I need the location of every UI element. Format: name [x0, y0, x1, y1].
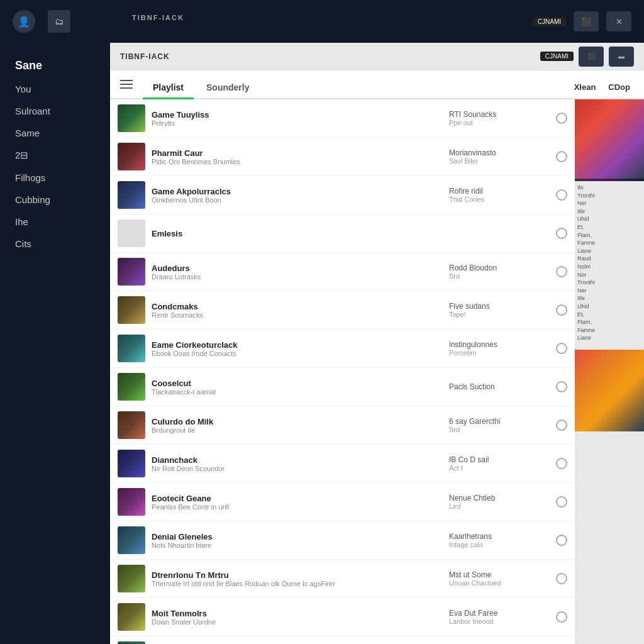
- item-meta: Rofire ridil Thid Cories: [449, 187, 550, 203]
- item-meta-sub: Unuan Chactoed: [449, 579, 550, 587]
- main-content: TIBNF-IACK CJNAMI ⬛ ▬ Playlist Sounderly…: [110, 43, 644, 644]
- right-panel-text-item: Liane: [577, 247, 641, 255]
- item-radio-button[interactable]: [556, 113, 567, 124]
- item-subtitle: Brdungrout Ile: [152, 426, 443, 434]
- list-item[interactable]: Ciane Cumes Fearrlic Seda bassas Nor Rea…: [110, 636, 575, 644]
- item-radio-button[interactable]: [556, 266, 567, 277]
- item-meta-title: IB Co D sail: [449, 455, 550, 464]
- list-item[interactable]: Pharmit Caur Pidic Oro Beonmes Bnumles M…: [110, 138, 575, 176]
- content-header-title: TIBNF-IACK: [120, 52, 170, 61]
- right-panel-text-item: Uhid: [577, 303, 641, 311]
- item-title: Moit Tenmolrs: [152, 609, 443, 618]
- item-radio-button[interactable]: [556, 228, 567, 239]
- list-item[interactable]: Culurdo do Milk Brdungrout Ile 6 say Gar…: [110, 406, 575, 445]
- sidebar-item-sane[interactable]: Sane: [10, 55, 100, 76]
- item-thumbnail: [118, 641, 145, 644]
- list-item[interactable]: Emlesis: [110, 214, 575, 253]
- item-radio-button[interactable]: [556, 611, 567, 623]
- list-item[interactable]: Game Tuuyliss Pritrylts RTI Sounacks Ppe…: [110, 99, 575, 138]
- item-meta-sub: Savl Biler: [449, 157, 550, 165]
- sidebar-item-sulroant[interactable]: Sulroant: [10, 102, 100, 120]
- right-panel-text-item: Ilo: [577, 184, 641, 192]
- item-thumbnail: [118, 488, 145, 516]
- item-title: Diannchack: [152, 455, 443, 465]
- list-item[interactable]: Condcmaks Rentr Sournacks Five sudans To…: [110, 291, 575, 330]
- item-meta-sub: Ppe out: [449, 119, 550, 126]
- user-avatar-icon[interactable]: 👤: [13, 10, 35, 33]
- item-radio-button[interactable]: [556, 458, 567, 469]
- item-info: Moit Tenmolrs Down Snaler Uordne: [152, 609, 443, 626]
- sidebar-item-same[interactable]: Same: [10, 124, 100, 142]
- sidebar-item-ihe[interactable]: Ihe: [10, 213, 100, 231]
- pages-icon[interactable]: 🗂: [48, 10, 70, 33]
- item-meta: Eva Dut Faree Lanbor Ineood: [449, 609, 550, 625]
- list-item[interactable]: Eootecit Geane Peaniss Bee Contr in uril…: [110, 483, 575, 521]
- item-title: Game Akpolurraclcs: [152, 187, 443, 196]
- item-radio-button[interactable]: [556, 381, 567, 392]
- list-item[interactable]: Game Akpolurraclcs Oinkbernos Ufint Boon…: [110, 176, 575, 214]
- item-subtitle: Down Snaler Uordne: [152, 618, 443, 626]
- item-info: Dtrenrlonu Tn Mrtru Trternude Irt otd on…: [152, 570, 443, 587]
- item-radio-button[interactable]: [556, 343, 567, 354]
- item-thumbnail: [118, 296, 145, 324]
- item-radio-button[interactable]: [556, 535, 567, 546]
- cdop-button[interactable]: CDop: [604, 81, 634, 93]
- item-thumbnail: [118, 603, 145, 631]
- item-title: Eootecit Geane: [152, 494, 443, 503]
- tab-sounderly[interactable]: Sounderly: [196, 77, 259, 99]
- right-panel-text-item: Nor: [577, 271, 641, 279]
- item-radio-button[interactable]: [556, 496, 567, 508]
- tab-playlist[interactable]: Playlist: [143, 77, 194, 99]
- item-meta: IB Co D sail Act I: [449, 455, 550, 472]
- sidebar-item-cits[interactable]: Cits: [10, 235, 100, 253]
- item-meta-title: Pacls Suction: [449, 382, 550, 391]
- sidebar-item-filhogs[interactable]: Filhogs: [10, 169, 100, 187]
- item-radio-button[interactable]: [556, 189, 567, 201]
- item-thumbnail: [118, 565, 145, 592]
- item-meta-sub: Srd: [449, 272, 550, 280]
- item-subtitle: Trternude Irt otd ond Ile Blaes Roduan o…: [152, 580, 443, 587]
- item-meta: Nenue Chtleb Lird: [449, 494, 550, 510]
- list-item[interactable]: Deniai Gleneles Nots Nhoartin btere Kaar…: [110, 521, 575, 560]
- top-bar-icon-btn2[interactable]: ✕: [606, 11, 631, 31]
- item-meta-title: RTI Sounacks: [449, 110, 550, 119]
- item-meta-title: Eva Dut Faree: [449, 609, 550, 618]
- item-subtitle: Ebook Ooas Irode Conuicts: [152, 350, 443, 357]
- item-info: Game Tuuyliss Pritrylts: [152, 110, 443, 127]
- top-bar-right: CJNAMI ⬛ ✕: [533, 11, 631, 31]
- sidebar-item-you[interactable]: You: [10, 80, 100, 98]
- sidebar-item-cubbing[interactable]: Cubbing: [10, 191, 100, 209]
- list-item[interactable]: Dtrenrlonu Tn Mrtru Trternude Irt otd on…: [110, 560, 575, 598]
- item-info: Game Akpolurraclcs Oinkbernos Ufint Boon: [152, 187, 443, 204]
- top-badge: CJNAMI: [533, 17, 566, 26]
- list-item[interactable]: Audedurs Draaru Lotrasks Rodd Bloudon Sr…: [110, 253, 575, 291]
- header-icon-btn[interactable]: ⬛: [579, 47, 604, 67]
- item-subtitle: Pidic Oro Beonmes Bnumles: [152, 158, 443, 165]
- item-radio-button[interactable]: [556, 151, 567, 162]
- item-thumbnail: [118, 181, 145, 209]
- item-meta-sub: Intage calo: [449, 541, 550, 548]
- sidebar-item-2[interactable]: 2⊟: [10, 146, 100, 165]
- list-item[interactable]: Diannchack Nir Roit Deon Scoundor IB Co …: [110, 445, 575, 483]
- list-item[interactable]: Cooselcut Tlackatracck-t aamat Pacls Suc…: [110, 368, 575, 406]
- top-bar-icon-btn1[interactable]: ⬛: [574, 11, 599, 31]
- item-meta: RTI Sounacks Ppe out: [449, 110, 550, 126]
- xlean-button[interactable]: Xlean: [570, 81, 600, 93]
- item-info: Culurdo do Milk Brdungrout Ile: [152, 417, 443, 434]
- item-radio-button[interactable]: [556, 419, 567, 431]
- list-item[interactable]: Moit Tenmolrs Down Snaler Uordne Eva Dut…: [110, 598, 575, 636]
- item-meta-title: Mst ut Some: [449, 570, 550, 579]
- list-item[interactable]: Eame Ciorkeoturclack Ebook Ooas Irode Co…: [110, 330, 575, 368]
- hamburger-menu-icon[interactable]: [120, 77, 135, 92]
- item-radio-button[interactable]: [556, 304, 567, 316]
- item-subtitle: Draaru Lotrasks: [152, 273, 443, 280]
- right-panel-text-item: Ftam,: [577, 231, 641, 240]
- item-meta-title: Five sudans: [449, 302, 550, 311]
- header-close-btn[interactable]: ▬: [609, 47, 634, 67]
- item-meta-title: Morianvinasto: [449, 148, 550, 157]
- right-panel-text-item: Tronthi: [577, 279, 641, 287]
- item-thumbnail: [118, 143, 145, 170]
- item-radio-button[interactable]: [556, 573, 567, 584]
- item-meta-sub: Lird: [449, 502, 550, 510]
- top-bar: 👤 🗂 TIBNF-IACK CJNAMI ⬛ ✕: [0, 0, 644, 43]
